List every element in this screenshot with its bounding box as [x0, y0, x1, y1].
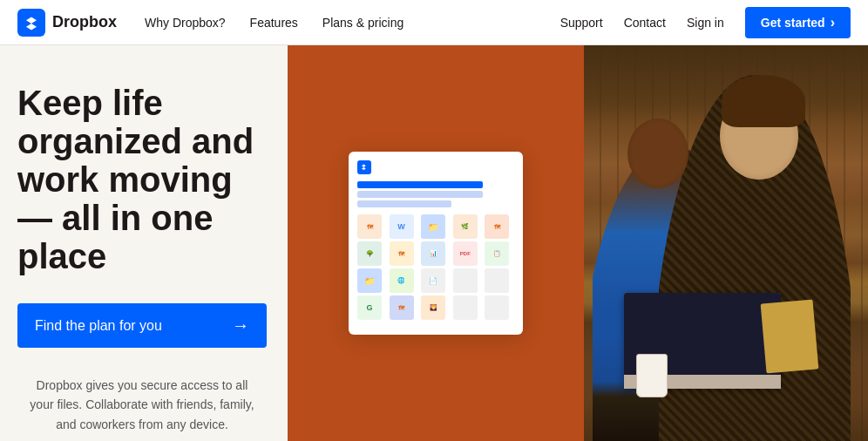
coffee-cup	[636, 354, 668, 397]
nav-why-dropbox[interactable]: Why Dropbox?	[145, 16, 226, 30]
file-item: 🗺	[390, 295, 414, 320]
file-item: 📊	[421, 241, 445, 266]
dropbox-ui-card: 🗺 W 📁 🌿 🗺 🌳 🗺 📊 PDF 📋 📁 🌐 📄 G	[349, 152, 523, 335]
photo-section	[584, 45, 868, 441]
find-plan-arrow-icon: →	[232, 315, 249, 336]
file-item	[453, 268, 478, 293]
get-started-button[interactable]: Get started ›	[745, 7, 851, 38]
file-item	[453, 295, 478, 320]
center-section: 🗺 W 📁 🌿 🗺 🌳 🗺 📊 PDF 📋 📁 🌐 📄 G	[288, 45, 584, 441]
file-item	[485, 268, 509, 293]
hero-title: Keep life organized and work moving— all…	[17, 84, 267, 275]
notebook	[761, 300, 819, 374]
card-file-grid: 🗺 W 📁 🌿 🗺 🌳 🗺 📊 PDF 📋 📁 🌐 📄 G	[357, 214, 514, 320]
card-logo	[357, 160, 371, 174]
left-panel: Keep life organized and work moving— all…	[0, 45, 288, 441]
navbar: Dropbox Why Dropbox? Features Plans & pr…	[0, 0, 868, 45]
logo-text: Dropbox	[52, 13, 117, 31]
person-1-hair	[722, 75, 805, 127]
file-item: 🗺	[485, 214, 509, 239]
file-item: 🌐	[390, 268, 414, 293]
nav-contact[interactable]: Contact	[624, 16, 666, 30]
get-started-label: Get started	[761, 16, 825, 30]
arrow-icon: ›	[831, 15, 835, 31]
nav-links: Why Dropbox? Features Plans & pricing	[145, 16, 403, 30]
list-item-3	[357, 200, 451, 207]
find-plan-button[interactable]: Find the plan for you →	[17, 303, 267, 348]
logo[interactable]: Dropbox	[17, 9, 117, 37]
nav-features[interactable]: Features	[250, 16, 298, 30]
file-item: 📋	[485, 241, 509, 266]
file-item: W	[390, 214, 414, 239]
file-item	[485, 295, 509, 320]
card-list	[357, 181, 514, 207]
file-item: 🗺	[357, 214, 382, 239]
file-item: 📄	[421, 268, 445, 293]
file-item: 📁	[421, 214, 445, 239]
card-header	[357, 160, 514, 174]
main-content: Keep life organized and work moving— all…	[0, 45, 868, 441]
nav-sign-in[interactable]: Sign in	[687, 16, 724, 30]
nav-plans-pricing[interactable]: Plans & pricing	[322, 16, 403, 30]
find-plan-label: Find the plan for you	[35, 318, 162, 334]
dropbox-icon	[17, 9, 45, 37]
right-panel: 🗺 W 📁 🌿 🗺 🌳 🗺 📊 PDF 📋 📁 🌐 📄 G	[288, 45, 868, 441]
person-2-head	[627, 119, 688, 188]
nav-right: Support Contact Sign in Get started ›	[560, 7, 851, 38]
file-item: 🌿	[453, 214, 478, 239]
nav-support[interactable]: Support	[560, 16, 603, 30]
tagline-text: Dropbox gives you secure access to all y…	[17, 376, 267, 434]
people-overlay	[584, 45, 868, 441]
list-item-2	[357, 191, 483, 198]
file-item: 🌳	[357, 241, 382, 266]
file-item: PDF	[453, 241, 478, 266]
file-item: 🌄	[421, 295, 445, 320]
file-item: 📁	[357, 268, 382, 293]
file-item: G	[357, 295, 382, 320]
file-item: 🗺	[390, 241, 414, 266]
list-item-1	[357, 181, 483, 188]
